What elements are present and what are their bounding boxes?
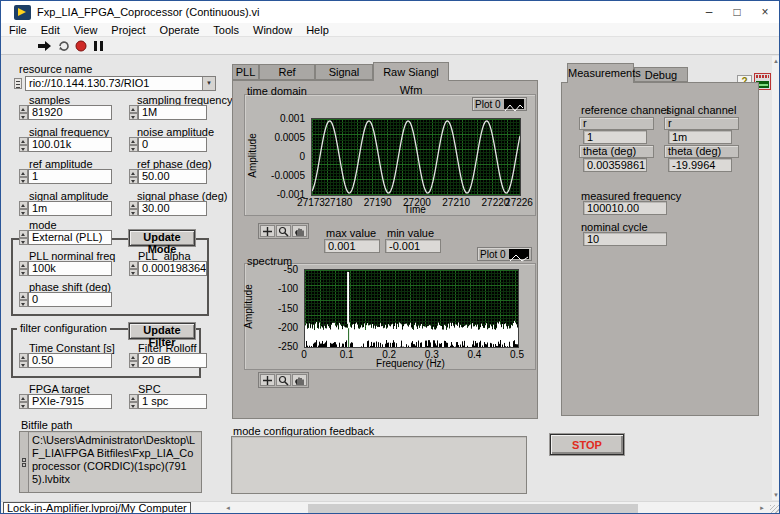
horizontal-scrollbar-thumb[interactable] (308, 504, 638, 513)
ref-phase-field[interactable]: 50.00 (138, 169, 207, 184)
signal-phase-spinner[interactable] (129, 201, 138, 216)
pll-alpha-field[interactable]: 0.000198364 (138, 261, 207, 276)
filter-configuration-label: filter configuration (17, 322, 110, 334)
tab-measurements[interactable]: Measurements (567, 63, 634, 83)
spectrum-plot-legend[interactable]: Plot 0 (477, 247, 532, 261)
samples-spinner[interactable] (19, 105, 28, 120)
abort-button-icon[interactable] (75, 40, 89, 52)
update-mode-button[interactable]: Update Mode (129, 230, 195, 246)
pll-nominal-freq-spinner[interactable] (19, 261, 28, 276)
menu-operate[interactable]: Operate (160, 24, 200, 36)
tab-raw-signal-wfm[interactable]: Raw Siangl Wfm (373, 62, 449, 81)
vertical-scrollbar[interactable]: ▲ ▼ (772, 56, 780, 500)
pan-tool-icon[interactable] (292, 374, 307, 386)
reference-theta-label: theta (deg) (579, 145, 654, 158)
resource-name-combo[interactable]: rio://10.144.130.73/RIO1 ▼ (25, 76, 216, 91)
spc-spinner[interactable] (129, 394, 138, 409)
signal-frequency-spinner[interactable] (19, 137, 28, 152)
plot-line-style-icon (504, 99, 524, 109)
menu-help[interactable]: Help (306, 24, 329, 36)
minimize-button[interactable]: – (695, 1, 723, 23)
scroll-up-icon[interactable]: ▲ (773, 58, 779, 64)
y-axis-tick-label: -50 (284, 264, 298, 275)
signal-phase-field[interactable]: 30.00 (138, 201, 207, 216)
phase-shift-spinner[interactable] (19, 292, 28, 307)
zoom-tool-icon[interactable] (276, 225, 291, 237)
y-axis-tick-label: -250 (278, 341, 298, 352)
tab-ref-channel[interactable]: Ref Channel (259, 64, 315, 80)
time-domain-graph[interactable] (311, 118, 521, 196)
time-domain-plot-legend[interactable]: Plot 0 (472, 97, 527, 111)
io-icon (14, 78, 22, 89)
pll-alpha-spinner[interactable] (129, 261, 138, 276)
menu-window[interactable]: Window (253, 24, 292, 36)
noise-amplitude-field[interactable]: 0 (138, 137, 207, 152)
spectrum-graph[interactable] (304, 269, 519, 348)
signal-frequency-field[interactable]: 100.01k (28, 137, 112, 152)
sampling-frequency-spinner[interactable] (129, 105, 138, 120)
scroll-right-icon[interactable]: ► (759, 505, 765, 511)
x-axis-tick-label: 0 (301, 349, 307, 360)
pause-button-icon[interactable] (92, 40, 106, 52)
menu-view[interactable]: View (74, 24, 98, 36)
y-axis-tick-label: -150 (278, 302, 298, 313)
dropdown-icon[interactable]: ▼ (202, 77, 215, 90)
resize-grip[interactable] (770, 505, 779, 514)
bitfile-path-field[interactable]: C:\Users\Administrator\Desktop\LF_LIA\FP… (19, 431, 202, 493)
mode-field[interactable]: External (PLL) (28, 230, 112, 245)
time-constant-spinner[interactable] (19, 353, 28, 368)
time-constant-field[interactable]: 0.50 (28, 353, 112, 368)
scroll-left-icon[interactable]: ◄ (225, 505, 231, 511)
spc-field[interactable]: 1 spc (138, 394, 207, 409)
fpga-target-field[interactable]: PXIe-7915 (28, 394, 112, 409)
crosshair-tool-icon[interactable] (260, 374, 275, 386)
fpga-target-spinner[interactable] (19, 394, 28, 409)
ref-amplitude-spinner[interactable] (19, 169, 28, 184)
pan-tool-icon[interactable] (292, 225, 307, 237)
sampling-frequency-field[interactable]: 1M (138, 105, 207, 120)
y-axis-tick-label: 0 (299, 151, 305, 162)
scroll-down-icon[interactable]: ▼ (773, 492, 779, 498)
signal-amplitude-field[interactable]: 1m (28, 201, 112, 216)
time-domain-graph-palette (258, 223, 309, 239)
resource-name-label: resource name (19, 63, 92, 75)
browse-icon[interactable] (20, 432, 29, 492)
samples-field[interactable]: 81920 (28, 105, 112, 120)
update-filter-button[interactable]: Update Filter (129, 323, 195, 339)
close-button[interactable]: × (751, 1, 779, 23)
time-domain-graph-title: time domain (247, 85, 307, 97)
filter-rolloff-field[interactable]: 20 dB (138, 353, 207, 368)
bitfile-path-label: Bitfile path (21, 419, 72, 431)
menu-edit[interactable]: Edit (41, 24, 60, 36)
tab-pll[interactable]: PLL (232, 64, 259, 80)
run-continuous-icon[interactable] (57, 40, 71, 52)
tab-debug-info[interactable]: Debug Info (634, 67, 688, 82)
crosshair-tool-icon[interactable] (260, 225, 275, 237)
pll-nominal-freq-field[interactable]: 100k (28, 261, 112, 276)
spectrum-ylabel: Amplitude (243, 277, 254, 337)
signal-r-label: r (664, 117, 739, 130)
plot-line-style-icon (509, 249, 529, 259)
mode-spinner[interactable] (19, 230, 28, 245)
spectrum-graph-palette (258, 372, 309, 388)
signal-amplitude-spinner[interactable] (19, 201, 28, 216)
menu-tools[interactable]: Tools (213, 24, 239, 36)
x-axis-tick-label: 0.2 (382, 349, 396, 360)
y-axis-tick-label: 0.0005 (274, 132, 305, 143)
maximize-button[interactable]: □ (723, 1, 751, 23)
ref-phase-spinner[interactable] (129, 169, 138, 184)
min-value-label: min value (387, 227, 434, 239)
x-axis-tick-label: 0.5 (510, 349, 524, 360)
stop-button[interactable]: STOP (550, 434, 624, 455)
phase-shift-field[interactable]: 0 (28, 292, 112, 307)
max-value-label: max value (326, 227, 376, 239)
menu-file[interactable]: File (9, 24, 27, 36)
y-axis-tick-label: -200 (278, 321, 298, 332)
tab-signal-channel[interactable]: Signal Channel (315, 64, 373, 80)
noise-amplitude-spinner[interactable] (129, 137, 138, 152)
ref-amplitude-field[interactable]: 1 (28, 169, 112, 184)
filter-rolloff-spinner[interactable] (129, 353, 138, 368)
run-button-icon[interactable] (38, 40, 52, 52)
menu-project[interactable]: Project (111, 24, 145, 36)
zoom-tool-icon[interactable] (276, 374, 291, 386)
